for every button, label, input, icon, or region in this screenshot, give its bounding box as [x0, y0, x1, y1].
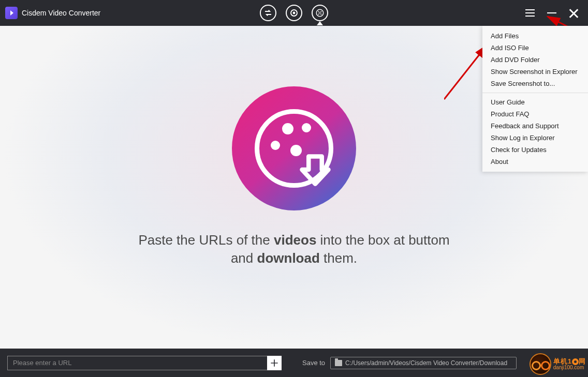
convert-tab-icon[interactable]	[260, 5, 276, 21]
footer: Save to C:/Users/admin/Videos/Cisdem Vid…	[0, 349, 588, 377]
folder-icon	[335, 360, 342, 366]
menu-item[interactable]: Add ISO File	[482, 42, 588, 54]
svg-point-7	[319, 12, 320, 13]
add-url-button[interactable]	[267, 356, 282, 370]
url-input-group	[7, 356, 282, 370]
menu-item[interactable]: About	[482, 156, 588, 168]
titlebar-left: Cisdem Video Converter	[0, 7, 100, 19]
titlebar: Cisdem Video Converter	[0, 0, 588, 26]
menu-item[interactable]: Show Screenshot in Explorer	[482, 66, 588, 78]
svg-point-6	[320, 13, 321, 14]
save-path-box[interactable]: C:/Users/admin/Videos/Cisdem Video Conve…	[330, 357, 517, 369]
hint-part: them.	[320, 250, 357, 266]
download-arrow-icon	[298, 152, 333, 187]
hint-text: Paste the URLs of the videos into the bo…	[138, 231, 449, 267]
hint-part: into the box at buttom	[316, 232, 449, 248]
svg-point-5	[318, 13, 319, 14]
app-icon	[5, 7, 18, 19]
menu-item[interactable]: Show Log in Explorer	[482, 132, 588, 144]
svg-point-4	[320, 11, 321, 12]
rip-tab-icon[interactable]	[286, 5, 302, 21]
hint-part: and	[231, 250, 257, 266]
save-path-text: C:/Users/admin/Videos/Cisdem Video Conve…	[345, 359, 507, 367]
menu-item[interactable]: Save Screenshot to...	[482, 78, 588, 89]
menu-item[interactable]: Feedback and Support	[482, 120, 588, 132]
app-title: Cisdem Video Converter	[22, 9, 100, 17]
svg-line-8	[444, 46, 487, 99]
menu-item[interactable]: User Guide	[482, 96, 588, 108]
menu-button[interactable]	[525, 8, 535, 18]
main-menu-dropdown: Add FilesAdd ISO FileAdd DVD FolderShow …	[482, 26, 588, 172]
download-tab-icon[interactable]	[312, 5, 328, 21]
menu-item[interactable]: Add Files	[482, 30, 588, 42]
hint-part: Paste the URLs of the	[138, 232, 274, 248]
url-input[interactable]	[7, 356, 267, 370]
hint-bold: videos	[274, 232, 316, 248]
svg-point-1	[293, 12, 295, 14]
download-hero-icon	[232, 86, 356, 210]
watermark-url: danji100.com	[553, 365, 586, 370]
menu-item[interactable]: Product FAQ	[482, 108, 588, 120]
svg-point-3	[318, 11, 319, 12]
menu-item[interactable]: Check for Updates	[482, 144, 588, 156]
watermark: 单机1网 danji100.com	[530, 353, 586, 375]
watermark-brand: 单机1网	[553, 358, 586, 365]
hint-bold: download	[257, 250, 320, 266]
menu-item[interactable]: Add DVD Folder	[482, 54, 588, 66]
menu-separator	[482, 93, 588, 93]
watermark-icon	[530, 353, 551, 375]
save-to-group: Save to C:/Users/admin/Videos/Cisdem Vid…	[302, 357, 517, 369]
mode-tabs	[260, 5, 328, 21]
save-to-label: Save to	[302, 359, 325, 367]
